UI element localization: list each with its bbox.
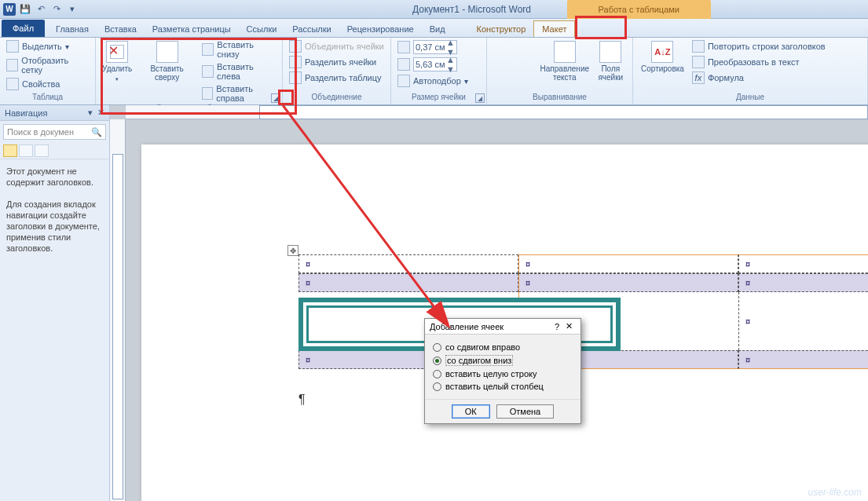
- cell-margins-icon: [599, 41, 621, 63]
- paragraph-mark: ¶: [298, 393, 306, 407]
- row-height-field[interactable]: 0,37 см▲▼: [396, 39, 470, 55]
- table-cell[interactable]: ¤: [298, 254, 518, 273]
- cellsize-dialog-launcher[interactable]: ◢: [475, 93, 485, 103]
- radio-icon: [433, 343, 441, 352]
- cancel-button[interactable]: Отмена: [496, 404, 554, 419]
- nav-text-2: Для создания вкладок навигации создайте …: [6, 199, 103, 254]
- radio-shift-right[interactable]: со сдвигом вправо: [433, 341, 573, 353]
- merge-icon: [289, 40, 302, 53]
- quick-access-toolbar: 💾 ↶ ↷ ▾: [19, 3, 79, 16]
- align-bl[interactable]: [492, 69, 506, 83]
- align-mc[interactable]: [507, 54, 521, 68]
- document-area: ✥ ¤ ¤ ¤ ¤ ¤ ¤ ¤ ¤ ¤: [110, 105, 868, 501]
- autofit-button[interactable]: Автоподбор ▾: [396, 74, 470, 88]
- group-rows-columns: ✕ Удалить▾ Вставить сверху Вставить сниз…: [96, 38, 283, 104]
- merge-cells-button[interactable]: Объединить ячейки: [288, 39, 386, 53]
- qat-dropdown-icon[interactable]: ▾: [66, 3, 79, 16]
- table-cell[interactable]: ¤: [518, 254, 738, 273]
- nav-title: Навигация: [5, 108, 47, 118]
- radio-insert-row[interactable]: вставить целую строку: [433, 368, 573, 380]
- cell-margins-button[interactable]: Поля ячейки: [594, 39, 628, 83]
- tab-review[interactable]: Рецензирование: [339, 21, 422, 37]
- gridlines-button[interactable]: Отобразить сетку: [5, 55, 90, 75]
- properties-button[interactable]: Свойства: [5, 77, 90, 91]
- width-icon: [397, 58, 410, 71]
- repeat-header-button[interactable]: Повторить строки заголовков: [690, 39, 827, 53]
- group-table-label: Таблица: [5, 93, 90, 103]
- insert-left-button[interactable]: Вставить слева: [200, 61, 277, 82]
- ribbon-tabs: Файл Главная Вставка Разметка страницы С…: [0, 19, 868, 38]
- group-table: Выделить ▾ Отобразить сетку Свойства Таб…: [0, 38, 96, 104]
- nav-search-input[interactable]: Поиск в докумен 🔍: [3, 124, 106, 140]
- tab-insert[interactable]: Вставка: [97, 21, 145, 37]
- insert-above-icon: [156, 41, 178, 63]
- table-cell[interactable]: ¤: [298, 273, 518, 292]
- text-direction-button[interactable]: Направление текста: [539, 39, 591, 83]
- align-tl[interactable]: [492, 39, 506, 53]
- nav-search-placeholder: Поиск в докумен: [7, 127, 74, 137]
- nav-view-results[interactable]: [35, 144, 49, 157]
- split-table-button[interactable]: Разделить таблицу: [288, 71, 386, 85]
- navigation-pane: Навигация ▾✕ Поиск в докумен 🔍 Этот доку…: [0, 105, 110, 501]
- align-tc[interactable]: [507, 39, 521, 53]
- radio-icon: [433, 382, 441, 391]
- formula-button[interactable]: fxФормула: [690, 71, 827, 85]
- tab-table-layout[interactable]: Макет: [533, 20, 575, 37]
- radio-insert-column[interactable]: вставить целый столбец: [433, 380, 573, 393]
- align-tr[interactable]: [522, 39, 536, 53]
- nav-view-tabs: [0, 143, 109, 159]
- table-cell[interactable]: ¤: [738, 292, 868, 350]
- tab-home[interactable]: Главная: [48, 21, 97, 37]
- table-move-handle[interactable]: ✥: [288, 245, 298, 256]
- insert-below-button[interactable]: Вставить снизу: [200, 39, 277, 60]
- watermark: user-life.com: [808, 487, 862, 498]
- tab-page-layout[interactable]: Разметка страницы: [145, 21, 239, 37]
- tab-mailings[interactable]: Рассылки: [284, 21, 339, 37]
- table-cell[interactable]: ¤: [738, 350, 868, 369]
- group-alignment: Направление текста Поля ячейки Выравнива…: [487, 38, 633, 104]
- nav-header: Навигация ▾✕: [0, 105, 109, 121]
- table-cell[interactable]: ¤: [518, 273, 738, 292]
- dialog-titlebar[interactable]: Добавление ячеек ? ✕: [425, 319, 580, 335]
- vertical-ruler[interactable]: [110, 119, 126, 501]
- align-br[interactable]: [522, 69, 536, 83]
- autofit-icon: [397, 75, 410, 87]
- dialog-help-button[interactable]: ?: [551, 322, 562, 331]
- search-icon: 🔍: [91, 127, 102, 137]
- tab-view[interactable]: Вид: [422, 21, 453, 37]
- save-icon[interactable]: 💾: [19, 3, 31, 16]
- nav-view-headings[interactable]: [3, 144, 17, 157]
- group-cell-size: 0,37 см▲▼ 5,63 см▲▼ Автоподбор ▾ Размер …: [391, 38, 487, 104]
- delete-button[interactable]: ✕ Удалить▾: [101, 39, 134, 85]
- insert-right-button[interactable]: Вставить справа: [200, 83, 277, 104]
- insert-right-icon: [202, 87, 213, 100]
- horizontal-ruler[interactable]: [126, 105, 868, 119]
- convert-text-button[interactable]: Преобразовать в текст: [690, 55, 827, 69]
- nav-dropdown-icon[interactable]: ▾: [88, 108, 93, 118]
- repeat-header-icon: [692, 40, 705, 53]
- tab-references[interactable]: Ссылки: [239, 21, 285, 37]
- ok-button[interactable]: ОК: [452, 404, 490, 419]
- dialog-close-button[interactable]: ✕: [562, 321, 576, 331]
- table-cell[interactable]: ¤: [738, 254, 868, 273]
- nav-view-pages[interactable]: [19, 144, 33, 157]
- align-mr[interactable]: [522, 54, 536, 68]
- split-cells-button[interactable]: Разделить ячейки: [288, 55, 386, 69]
- rowscols-dialog-launcher[interactable]: ◢: [271, 93, 280, 103]
- redo-icon[interactable]: ↷: [50, 3, 63, 16]
- table-cell[interactable]: ¤: [738, 273, 868, 292]
- tab-table-design[interactable]: Конструктор: [469, 21, 534, 37]
- undo-icon[interactable]: ↶: [35, 3, 47, 16]
- radio-shift-down[interactable]: со сдвигом вниз: [433, 353, 573, 368]
- col-width-field[interactable]: 5,63 см▲▼: [396, 57, 470, 72]
- insert-above-button[interactable]: Вставить сверху: [137, 39, 197, 83]
- select-button[interactable]: Выделить ▾: [5, 39, 90, 53]
- contextual-tab-group: Работа с таблицами: [567, 0, 711, 19]
- properties-icon: [6, 78, 19, 90]
- sort-button[interactable]: A↓ZСортировка: [638, 39, 687, 75]
- dialog-title: Добавление ячеек: [430, 322, 504, 331]
- align-bc[interactable]: [507, 69, 521, 83]
- insert-left-icon: [202, 65, 214, 78]
- tab-file[interactable]: Файл: [2, 20, 45, 37]
- align-ml[interactable]: [492, 54, 506, 68]
